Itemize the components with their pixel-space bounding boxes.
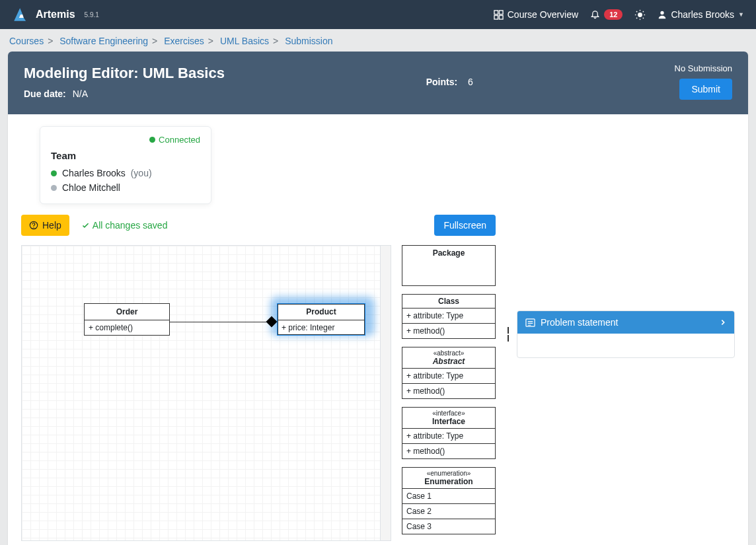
notifications-button[interactable]: 12	[590, 9, 623, 20]
svg-marker-0	[14, 8, 26, 21]
check-icon	[81, 221, 90, 230]
breadcrumb-link[interactable]: UML Basics	[220, 36, 269, 46]
help-button[interactable]: Help	[21, 215, 69, 236]
team-member: Chloe Mitchell	[51, 182, 200, 193]
palette-enumeration[interactable]: «enumeration» Enumeration Case 1 Case 2 …	[402, 467, 496, 534]
status-dot-icon	[149, 137, 155, 143]
due-date: Due date: N/A	[24, 89, 225, 99]
course-overview-link[interactable]: Course Overview	[494, 9, 578, 20]
team-panel: Connected Team Charles Brooks (you) Chlo…	[40, 126, 211, 204]
user-menu[interactable]: Charles Brooks ▼	[658, 9, 744, 20]
connection-status: Connected	[51, 135, 200, 145]
palette-package[interactable]: Package	[402, 245, 496, 286]
submit-button[interactable]: Submit	[679, 79, 732, 100]
svg-line-11	[636, 11, 637, 11]
list-icon	[525, 318, 535, 328]
presence-dot-icon	[51, 185, 57, 191]
palette-interface[interactable]: «interface» Interface + attribute: Type …	[402, 407, 496, 459]
team-member: Charles Brooks (you)	[51, 168, 200, 178]
palette: Package Class + attribute: Type + method…	[402, 245, 496, 542]
question-circle-icon	[29, 221, 38, 230]
grid-icon	[494, 10, 504, 20]
fullscreen-button[interactable]: Fullscreen	[434, 215, 496, 236]
editor-toolbar: Help All changes saved Fullscreen	[21, 215, 496, 236]
theme-toggle-button[interactable]	[634, 9, 646, 20]
svg-rect-5	[499, 15, 503, 19]
problem-statement-toggle[interactable]: Problem statement	[517, 311, 734, 334]
canvas-scrollbar[interactable]	[381, 245, 391, 541]
main-card: Modeling Editor: UML Basics Due date: N/…	[8, 52, 748, 545]
svg-rect-3	[499, 10, 503, 14]
points: Points: 6	[225, 77, 675, 87]
breadcrumb-link[interactable]: Submission	[285, 36, 332, 46]
chevron-down-icon: ▼	[738, 11, 744, 18]
palette-abstract[interactable]: «abstract» Abstract + attribute: Type + …	[402, 347, 496, 399]
svg-rect-2	[494, 10, 498, 14]
navbar: Artemis 5.9.1 Course Overview 12 Charles…	[0, 0, 756, 29]
svg-line-14	[636, 17, 637, 18]
bell-icon	[590, 10, 600, 20]
breadcrumb-link[interactable]: Software Engineering	[59, 36, 148, 46]
save-status: All changes saved	[81, 220, 168, 231]
modeling-canvas[interactable]: Order + complete() Product + price: Inte…	[21, 245, 381, 541]
svg-rect-4	[494, 15, 498, 19]
breadcrumb: Courses> Software Engineering> Exercises…	[0, 29, 756, 52]
svg-point-15	[661, 11, 664, 15]
brand[interactable]: Artemis 5.9.1	[12, 6, 99, 23]
submission-status: No Submission	[675, 63, 732, 73]
team-heading: Team	[51, 150, 200, 161]
breadcrumb-link[interactable]: Courses	[9, 36, 44, 46]
svg-line-13	[643, 11, 644, 11]
uml-class-order[interactable]: Order + complete()	[84, 303, 170, 336]
notif-badge: 12	[604, 9, 623, 20]
user-icon	[658, 10, 667, 19]
svg-line-12	[643, 17, 644, 18]
problem-statement-body	[517, 334, 734, 357]
chevron-right-icon	[720, 319, 726, 326]
presence-dot-icon	[51, 170, 57, 176]
resize-handle[interactable]	[508, 327, 511, 342]
course-overview-label: Course Overview	[508, 9, 578, 20]
exercise-header: Modeling Editor: UML Basics Due date: N/…	[8, 52, 748, 114]
svg-point-6	[638, 13, 642, 17]
breadcrumb-link[interactable]: Exercises	[164, 36, 204, 46]
brand-name: Artemis	[36, 9, 75, 20]
artemis-logo-icon	[12, 6, 29, 23]
brand-version: 5.9.1	[85, 11, 99, 18]
problem-statement-panel: Problem statement	[517, 310, 735, 358]
user-name: Charles Brooks	[671, 9, 734, 20]
page-title: Modeling Editor: UML Basics	[24, 65, 225, 82]
palette-class[interactable]: Class + attribute: Type + method()	[402, 294, 496, 339]
sun-icon	[634, 9, 646, 20]
uml-class-product[interactable]: Product + price: Integer	[277, 303, 365, 336]
